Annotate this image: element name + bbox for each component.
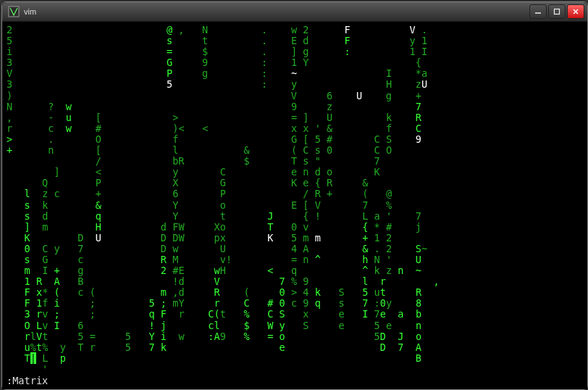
close-button[interactable]: [567, 4, 584, 19]
maximize-button[interactable]: [548, 4, 566, 19]
status-line: :Matrix: [7, 375, 48, 386]
matrix-rain: 2 @ , N . w 2 F V . 5 s t . E d F y 1 i …: [7, 25, 583, 375]
terminal-content: 2 @ , N . w 2 F V . 5 s t . E d F y 1 i …: [2, 22, 587, 389]
vim-icon: [8, 6, 20, 17]
minimize-button[interactable]: [529, 4, 547, 19]
svg-rect-2: [555, 9, 560, 14]
app-window: vim 2 @ , N . w 2 F V . 5 s t .: [1, 1, 588, 390]
titlebar[interactable]: vim: [2, 2, 587, 22]
window-title: vim: [24, 7, 36, 16]
